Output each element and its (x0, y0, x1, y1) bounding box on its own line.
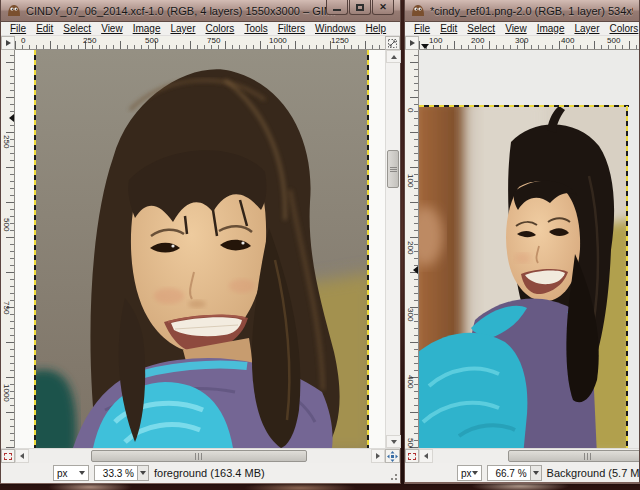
unit-value: px (461, 468, 472, 479)
horizontal-scrollbar-thumb[interactable] (508, 450, 640, 462)
menu-image[interactable]: Image (128, 23, 166, 34)
zoom-value: 33.3 % (103, 468, 134, 479)
zoom-combo[interactable]: 33.3 % (94, 465, 149, 481)
menu-filters[interactable]: Filters (273, 23, 310, 34)
ruler-label: 400 (406, 375, 414, 388)
ruler-label: 200 (471, 37, 484, 45)
reference-photo-image (419, 106, 627, 448)
ruler-row: 100200300400500 (405, 36, 639, 50)
horizontal-ruler[interactable]: 0250500750100012501500 (15, 36, 385, 50)
painting-canvas-area[interactable] (15, 50, 385, 448)
menu-tools[interactable]: Tools (239, 23, 272, 34)
ruler-label: 200 (406, 241, 414, 254)
unit-value: px (57, 468, 68, 479)
statusbar: px 66.7 % Background (5.7 MB) (405, 463, 639, 483)
vertical-ruler[interactable]: 0100200300400500 (405, 50, 419, 448)
menu-file[interactable]: File (409, 23, 435, 34)
ruler-label: 1000 (269, 37, 287, 45)
menu-arrow-icon (410, 40, 415, 46)
menubar: FileEditSelectViewImageLayerColorsToolsF… (1, 22, 400, 36)
menu-select[interactable]: Select (58, 23, 96, 34)
ruler-pointer-marker (9, 114, 14, 122)
statusbar: px 33.3 % foreground (163.4 MB) (1, 463, 400, 483)
menu-edit[interactable]: Edit (31, 23, 58, 34)
menu-windows[interactable]: Windows (310, 23, 361, 34)
menu-layer[interactable]: Layer (569, 23, 604, 34)
resize-canvas-icon (388, 39, 397, 48)
menu-arrow-icon (6, 40, 11, 46)
layer-boundary (367, 50, 369, 448)
horizontal-scrollbar[interactable] (433, 449, 639, 463)
off-canvas-padding (15, 50, 35, 448)
ruler-label: 1000 (2, 384, 10, 402)
ruler-pointer-marker (421, 44, 429, 49)
thumb-grip (195, 453, 204, 460)
scroll-right-button[interactable] (371, 449, 385, 463)
vertical-ruler[interactable]: 2505007501000 (1, 50, 15, 448)
horizontal-scrollbar-row (405, 448, 639, 463)
vertical-scrollbar-thumb[interactable] (387, 150, 399, 188)
titlebar[interactable]: *cindy_ref01.png-2.0 (RGB, 1 layer) 534x… (405, 0, 639, 22)
reference-photo[interactable] (419, 106, 627, 448)
menu-layer[interactable]: Layer (165, 23, 200, 34)
scroll-up-button[interactable] (386, 50, 401, 63)
quick-mask-icon (4, 453, 12, 460)
gimp-wilber-icon (411, 4, 425, 17)
ruler-row: 0250500750100012501500 (1, 36, 400, 50)
vertical-scrollbar[interactable] (385, 50, 400, 448)
menu-view[interactable]: View (96, 23, 128, 34)
zoom-combo[interactable]: 66.7 % (487, 465, 542, 481)
zoom-dropdown-button[interactable] (137, 465, 149, 481)
unit-dropdown[interactable]: px (53, 465, 89, 481)
scroll-left-button[interactable] (419, 449, 433, 463)
ruler-label: 100 (406, 174, 414, 187)
canvas-boundary (419, 105, 629, 107)
menu-view[interactable]: View (500, 23, 532, 34)
titlebar[interactable]: CINDY_07_06_2014.xcf-1.0 (RGB, 4 layers)… (1, 0, 400, 22)
menu-select[interactable]: Select (462, 23, 500, 34)
horizontal-scrollbar-thumb[interactable] (91, 450, 307, 462)
maximize-button[interactable] (349, 0, 371, 15)
digital-painting-portrait (35, 50, 368, 448)
horizontal-scrollbar-row (1, 448, 400, 463)
ruler-label: 300 (515, 37, 528, 45)
ruler-label: 250 (83, 37, 96, 45)
quick-mask-toggle[interactable] (1, 449, 15, 463)
minimize-button[interactable] (326, 0, 348, 15)
ruler-label: 500 (406, 438, 414, 448)
unit-dropdown[interactable]: px (457, 465, 482, 481)
minimize-icon (333, 9, 341, 11)
close-button[interactable]: ✕ (372, 0, 394, 15)
horizontal-ruler[interactable]: 100200300400500 (419, 36, 639, 50)
zoom-follow-window-button[interactable] (385, 36, 400, 50)
scroll-left-button[interactable] (15, 449, 29, 463)
menu-help[interactable]: Help (361, 23, 392, 34)
gimp-window-painting: CINDY_07_06_2014.xcf-1.0 (RGB, 4 layers)… (0, 0, 401, 484)
arrow-left-icon (424, 453, 428, 459)
image-menu-button[interactable] (405, 36, 419, 50)
painting-image[interactable] (35, 50, 368, 448)
horizontal-scrollbar[interactable] (29, 449, 371, 463)
menu-colors[interactable]: Colors (604, 23, 640, 34)
arrow-up-icon (391, 55, 397, 59)
menu-image[interactable]: Image (532, 23, 570, 34)
image-menu-button[interactable] (1, 36, 15, 50)
quick-mask-toggle[interactable] (405, 449, 419, 463)
maximize-icon (356, 4, 364, 11)
menu-colors[interactable]: Colors (200, 23, 239, 34)
photo-canvas-area[interactable] (419, 50, 639, 448)
arrow-right-icon (376, 453, 380, 459)
image-window-content: 0100200300400500 (405, 50, 639, 448)
window-resize-grip[interactable] (388, 471, 397, 480)
zoom-dropdown-button[interactable] (530, 465, 542, 481)
menu-file[interactable]: File (5, 23, 31, 34)
ruler-label: 500 (145, 37, 158, 45)
window-title: CINDY_07_06_2014.xcf-1.0 (RGB, 4 layers)… (26, 5, 340, 17)
menu-edit[interactable]: Edit (435, 23, 462, 34)
navigation-button[interactable] (385, 449, 400, 463)
navigation-cross-icon (387, 451, 398, 462)
status-message: Background (5.7 MB) (547, 467, 640, 479)
canvas-boundary (626, 106, 628, 448)
ruler-pointer-marker (413, 266, 418, 274)
scroll-down-button[interactable] (386, 435, 401, 448)
